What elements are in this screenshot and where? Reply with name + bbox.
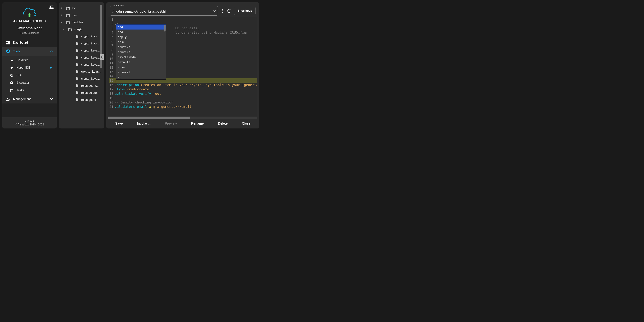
file-icon: [76, 98, 79, 102]
file-tree[interactable]: etcmiscmodulesmagiccrypto_invo...crypto_…: [59, 5, 103, 126]
autocomplete-item[interactable]: else: [116, 65, 166, 70]
menu-toggle-button[interactable]: [49, 5, 54, 9]
close-button[interactable]: Close: [242, 122, 250, 126]
tree-item-label: etc: [72, 6, 76, 10]
chevron-down-icon: [62, 28, 66, 30]
save-button[interactable]: Save: [115, 122, 123, 126]
svg-rect-6: [6, 41, 8, 42]
gutter-linenumber: 8: [109, 48, 115, 52]
gutter-linenumber: 1: [109, 17, 115, 22]
code-line[interactable]: 21validators.email:x:@.arguments/*/email: [109, 104, 257, 109]
wrench-icon: [6, 49, 10, 53]
shortkeys-button[interactable]: Shortkeys: [234, 7, 256, 15]
file-icon: [76, 70, 79, 74]
file-icon: [76, 34, 79, 38]
code-line[interactable]: 1: [109, 17, 257, 22]
gutter-linenumber: 3: [109, 26, 115, 30]
gutter-linenumber: 5: [109, 35, 115, 39]
gutter-linenumber: 7: [109, 44, 115, 48]
folder-icon: [66, 14, 70, 17]
autocomplete-item[interactable]: else-if: [116, 70, 166, 75]
sidebar: AISTA MAGIC CLOUD Welcome Root Root / Lo…: [2, 2, 57, 128]
chevron-up-icon: [50, 50, 53, 53]
editor-footer: Save Invoke ... Preview Rename Delete Cl…: [106, 119, 259, 128]
product-logo: [22, 6, 38, 18]
tools-item-tasks[interactable]: Tasks: [2, 86, 57, 94]
tools-item-sql[interactable]: SQL: [2, 72, 57, 79]
hand-point-icon: [10, 58, 14, 62]
file-icon: [76, 84, 79, 88]
tree-file[interactable]: crypto_invo...: [59, 40, 103, 47]
autocomplete-item[interactable]: add: [116, 24, 166, 30]
autocomplete-item[interactable]: convert: [116, 50, 166, 55]
sidebar-item-tools[interactable]: Tools: [2, 47, 57, 56]
sidebar-item-management[interactable]: Management: [2, 95, 57, 104]
open-file-value: /modules/magic/crypto_keys.post.hl: [112, 10, 166, 13]
tools-item-label: Hyper IDE: [16, 66, 30, 70]
autocomplete-popup[interactable]: addandapplycasecontextconvertcsv2lambdad…: [116, 24, 166, 80]
sidebar-item-dashboard[interactable]: Dashboard: [2, 38, 57, 47]
autocomplete-item[interactable]: apply: [116, 34, 166, 40]
tree-file[interactable]: roles-count....: [59, 82, 103, 89]
tree-item-label: modules: [72, 21, 83, 24]
gutter-linenumber: 20: [109, 100, 115, 104]
preview-button: Preview: [165, 122, 177, 126]
tree-item-label: crypto_invo...: [81, 35, 99, 38]
code-line[interactable]: 19: [109, 96, 257, 100]
autocomplete-item[interactable]: default: [116, 60, 166, 65]
tools-item-evaluator[interactable]: Evaluator: [2, 79, 57, 86]
tools-submenu: Crudifier Hyper IDE SQL: [2, 56, 57, 95]
tree-folder[interactable]: modules: [59, 19, 103, 26]
tree-file[interactable]: roles.delete...: [59, 89, 103, 96]
autocomplete-item[interactable]: csv2lambda: [116, 55, 166, 60]
tools-item-label: Evaluator: [16, 81, 29, 84]
product-name: AISTA MAGIC CLOUD: [13, 20, 46, 23]
scrollbar-thumb[interactable]: [108, 116, 190, 119]
kebab-icon: [222, 9, 223, 13]
tree-folder[interactable]: misc: [59, 12, 103, 19]
welcome-text: Welcome Root: [18, 26, 42, 30]
tree-file[interactable]: crypto_keys...: [59, 47, 103, 54]
autocomplete-item[interactable]: case: [116, 40, 166, 44]
delete-button[interactable]: Delete: [218, 122, 228, 126]
tools-item-hyperide[interactable]: Hyper IDE: [2, 64, 57, 72]
svg-point-18: [222, 10, 223, 11]
code-line[interactable]: 17.type:crud-create: [109, 87, 257, 92]
autocomplete-scrollbar[interactable]: [164, 25, 166, 32]
autocomplete-item[interactable]: and: [116, 30, 166, 34]
folder-icon: [66, 6, 70, 10]
autocomplete-item[interactable]: eq: [116, 75, 166, 80]
code-line[interactable]: 16.description:Creates an item in your c…: [109, 83, 257, 87]
tree-folder[interactable]: magic: [59, 26, 103, 33]
code-line[interactable]: 18auth.ticket.verify:root: [109, 92, 257, 96]
gutter-linenumber: 4: [109, 30, 115, 35]
tree-file[interactable]: crypto_keys...: [59, 54, 103, 61]
invoke-button[interactable]: Invoke ...: [137, 122, 150, 126]
tree-file[interactable]: crypto_keys...: [59, 61, 103, 68]
gutter-linenumber: 15: [109, 78, 115, 83]
more-options-button[interactable]: [220, 9, 224, 13]
tree-item-label: misc: [72, 14, 78, 17]
chevron-right-icon: [60, 7, 64, 10]
autocomplete-item[interactable]: context: [116, 44, 166, 50]
tree-file[interactable]: crypto_invo...: [59, 33, 103, 40]
code-editor[interactable]: 12/*3xxxxxxxxxxxxxxxxxxxxxxxxxxxxxxUD re…: [108, 17, 257, 116]
tools-item-label: SQL: [16, 74, 22, 77]
help-button[interactable]: ?: [227, 9, 231, 13]
open-file-select[interactable]: /modules/magic/crypto_keys.post.hl: [110, 6, 218, 16]
tools-item-label: Tasks: [16, 88, 24, 92]
active-indicator-dot: [50, 67, 52, 68]
tree-item-label: crypto_keys...: [81, 77, 100, 80]
tree-item-label: roles.delete...: [81, 91, 99, 94]
chevron-down-icon: [60, 21, 64, 24]
code-line[interactable]: 20// Sanity checking invocation: [109, 100, 257, 104]
tree-file[interactable]: crypto_keys...: [59, 75, 103, 82]
editor-horizontal-scrollbar[interactable]: [108, 116, 257, 119]
tree-file[interactable]: crypto_keys...: [59, 68, 103, 75]
tree-file[interactable]: roles.get.hl: [59, 96, 103, 103]
gutter-linenumber: 12: [109, 65, 115, 70]
tools-item-crudifier[interactable]: Crudifier: [2, 56, 57, 64]
rename-button[interactable]: Rename: [191, 122, 204, 126]
tree-folder[interactable]: etc: [59, 5, 103, 12]
panel-collapse-button[interactable]: [100, 54, 104, 60]
